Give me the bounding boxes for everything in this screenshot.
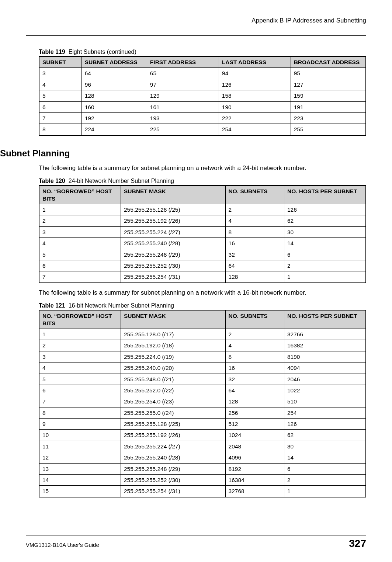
table-row: 364659495 [39,68,366,79]
table-row: 49697126127 [39,79,366,90]
table-cell: 255.255.248.0 (/21) [121,374,226,385]
th: NO. SUBNETS [225,310,284,329]
table-cell: 255.255.255.0 (/24) [121,407,226,418]
table-row: 1255.255.255.128 (/25)2126 [39,204,366,215]
table-row: 4255.255.255.240 (/28)1614 [39,238,366,249]
table-cell: 126 [284,419,366,430]
table-cell: 4 [39,362,121,374]
table-cell: 4 [39,238,121,249]
table-row: 7255.255.254.0 (/23)128510 [39,396,366,407]
table-cell: 16382 [284,340,366,351]
table-cell: 510 [284,396,366,407]
table-row: 8255.255.255.0 (/24)256254 [39,407,366,418]
footer-rule [26,535,366,535]
table-cell: 128 [225,271,284,283]
table-cell: 4094 [284,362,366,374]
table-cell: 6 [39,385,121,396]
table-row: 3255.255.255.224 (/27)830 [39,226,366,237]
table-cell: 255.255.128.0 (/17) [121,329,226,340]
table-cell: 2 [39,215,121,226]
table-cell: 128 [81,90,147,101]
table-cell: 16 [225,238,284,249]
table-cell: 2048 [225,441,284,452]
table-cell: 1 [284,486,366,497]
th: NO. “BORROWED” HOST BITS [39,185,121,204]
table-cell: 254 [219,124,291,135]
table-cell: 4 [225,215,284,226]
table-cell: 191 [291,101,366,112]
table120-caption: Table 120 24-bit Network Number Subnet P… [39,178,366,184]
table-cell: 160 [81,101,147,112]
table-row: 2255.255.255.192 (/26)462 [39,215,366,226]
table-row: 14255.255.255.252 (/30)163842 [39,474,366,485]
table-cell: 8 [39,124,81,135]
table-cell: 96 [81,79,147,90]
table-cell: 5 [39,90,81,101]
table-cell: 7 [39,271,121,283]
table-cell: 126 [284,204,366,215]
table-cell: 255.255.255.252 (/30) [121,474,226,485]
table-cell: 14 [39,474,121,485]
table120: NO. “BORROWED” HOST BITS SUBNET MASK NO.… [39,185,366,283]
table-cell: 8 [225,351,284,362]
table119-caption: Table 119 Eight Subnets (continued) [39,49,366,55]
table-row: 7192193222223 [39,112,366,124]
table-cell: 255.255.255.224 (/27) [121,226,226,237]
table-row: 15255.255.255.254 (/31)327681 [39,486,366,497]
table-cell: 2 [284,260,366,271]
table121-caption: Table 121 16-bit Network Number Subnet P… [39,302,366,309]
table-cell: 14 [284,238,366,249]
table-cell: 7 [39,112,81,124]
table-cell: 95 [291,68,366,79]
table-cell: 94 [219,68,291,79]
table-row: 10255.255.255.192 (/26)102462 [39,430,366,441]
table-cell: 255.255.255.128 (/25) [121,204,226,215]
table-cell: 13 [39,463,121,474]
table-cell: 4 [39,79,81,90]
page-container: Appendix B IP Addresses and Subnetting T… [0,0,392,562]
table-cell: 16 [225,362,284,374]
paragraph-2: The following table is a summary for sub… [39,288,366,298]
table-cell: 6 [39,260,121,271]
table-row: 1255.255.128.0 (/17)232766 [39,329,366,340]
table-cell: 97 [147,79,219,90]
table-cell: 193 [147,112,219,124]
table-row: 7255.255.255.254 (/31)1281 [39,271,366,283]
table-cell: 64 [81,68,147,79]
table-cell: 32 [225,249,284,260]
table-cell: 255.255.192.0 (/18) [121,340,226,351]
table-cell: 224 [81,124,147,135]
table-row: 5255.255.248.0 (/21)322046 [39,374,366,385]
table-cell: 254 [284,407,366,418]
table-cell: 255.255.240.0 (/20) [121,362,226,374]
table-cell: 255.255.224.0 (/19) [121,351,226,362]
table120-num: Table 120 [39,178,65,184]
table-cell: 32768 [225,486,284,497]
table-cell: 255.255.255.254 (/31) [121,486,226,497]
table-cell: 9 [39,419,121,430]
table-row: 11255.255.255.224 (/27)204830 [39,441,366,452]
paragraph-1: The following table is a summary for sub… [39,164,366,173]
footer-guide-name: VMG1312-B10A User's Guide [26,542,99,548]
table-cell: 256 [225,407,284,418]
table-cell: 159 [291,90,366,101]
table-cell: 2 [39,340,121,351]
table-row: 4255.255.240.0 (/20)164094 [39,362,366,374]
table-cell: 255.255.254.0 (/23) [121,396,226,407]
table-cell: 222 [219,112,291,124]
table-cell: 8190 [284,351,366,362]
table-cell: 2 [284,474,366,485]
table-cell: 255.255.255.252 (/30) [121,260,226,271]
table-cell: 8192 [225,463,284,474]
table-cell: 225 [147,124,219,135]
table-cell: 255.255.255.240 (/28) [121,238,226,249]
table-cell: 255.255.255.192 (/26) [121,430,226,441]
th: NO. HOSTS PER SUBNET [284,310,366,329]
table-cell: 64 [225,385,284,396]
table-cell: 190 [219,101,291,112]
th: SUBNET ADDRESS [81,56,147,68]
th: SUBNET MASK [121,310,226,329]
table-cell: 2 [225,329,284,340]
th: BROADCAST ADDRESS [291,56,366,68]
table-cell: 2046 [284,374,366,385]
